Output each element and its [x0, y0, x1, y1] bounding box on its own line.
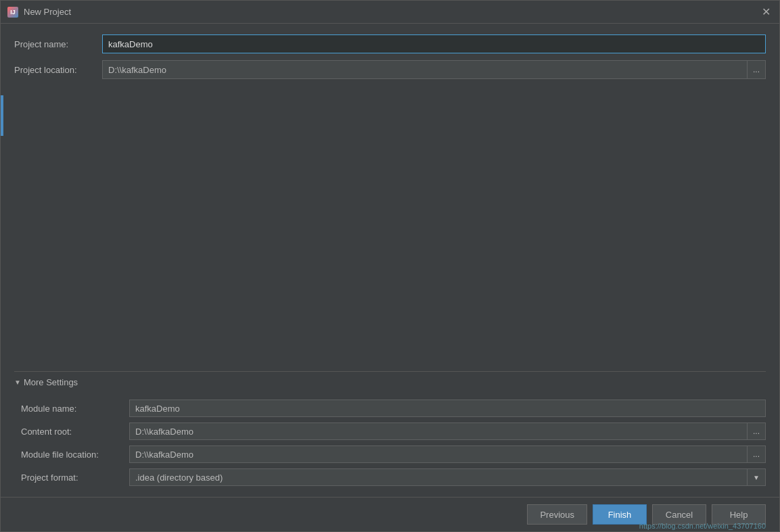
project-location-browse-button[interactable]: ...	[747, 60, 766, 79]
new-project-dialog: IJ New Project ✕ Project name: Project l…	[0, 0, 780, 532]
previous-button[interactable]: Previous	[527, 504, 587, 525]
left-accent-decoration	[1, 95, 3, 136]
module-file-location-field-group: ...	[129, 445, 766, 463]
more-settings-label: More Settings	[24, 377, 78, 387]
project-location-row: Project location: ...	[14, 60, 766, 79]
footer-url: https://blog.csdn.net/weixin_43707160	[639, 522, 766, 530]
project-format-row: Project format: .idea (directory based) …	[21, 468, 766, 486]
project-format-select[interactable]: .idea (directory based)	[129, 468, 748, 486]
module-file-location-row: Module file location: ...	[21, 445, 766, 463]
module-name-input[interactable]	[129, 400, 766, 417]
content-root-input[interactable]	[129, 422, 747, 440]
dialog-footer: Previous Finish Cancel Help https://blog…	[1, 497, 779, 531]
close-button[interactable]: ✕	[759, 5, 773, 19]
module-file-location-label: Module file location:	[21, 450, 129, 460]
main-empty-area	[14, 93, 766, 364]
app-logo-icon: IJ	[7, 7, 18, 18]
more-settings-arrow-icon: ▼	[14, 379, 21, 386]
project-name-label: Project name:	[14, 39, 102, 49]
project-location-field-group: ...	[102, 60, 766, 79]
module-name-label: Module name:	[21, 404, 129, 414]
module-file-location-input[interactable]	[129, 445, 747, 463]
module-file-location-browse-button[interactable]: ...	[747, 445, 766, 463]
content-root-browse-button[interactable]: ...	[747, 422, 766, 440]
dialog-content: Project name: Project location: ... ▼ Mo…	[1, 24, 779, 497]
project-format-dropdown-arrow-icon[interactable]: ▼	[748, 468, 766, 486]
title-bar: IJ New Project ✕	[1, 1, 779, 24]
project-location-label: Project location:	[14, 65, 102, 75]
project-format-label: Project format:	[21, 473, 129, 483]
more-settings-section: ▼ More Settings Module name: Content roo…	[14, 371, 766, 486]
more-settings-toggle[interactable]: ▼ More Settings	[14, 371, 766, 393]
more-settings-group: Module name: Content root: ... Module fi…	[14, 400, 766, 486]
content-root-field-group: ...	[129, 422, 766, 440]
content-root-label: Content root:	[21, 427, 129, 437]
module-name-row: Module name:	[21, 400, 766, 417]
content-root-row: Content root: ...	[21, 422, 766, 440]
project-format-select-group: .idea (directory based) ▼	[129, 468, 766, 486]
title-bar-left: IJ New Project	[7, 7, 71, 18]
project-location-input[interactable]	[102, 60, 747, 79]
project-name-input[interactable]	[102, 34, 766, 53]
project-name-row: Project name:	[14, 34, 766, 53]
dialog-title: New Project	[24, 7, 71, 17]
